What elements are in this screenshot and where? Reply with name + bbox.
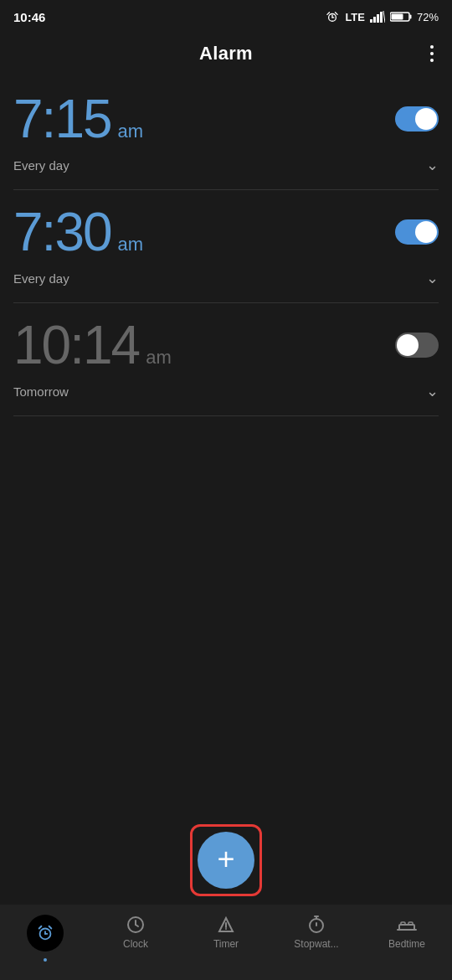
nav-item-clock[interactable]: Clock <box>90 913 181 950</box>
overflow-menu-button[interactable] <box>425 40 439 67</box>
status-icons: LTE 72% <box>325 11 439 23</box>
svg-rect-7 <box>377 14 379 23</box>
stopwatch-nav-label: Stopwat... <box>294 938 338 950</box>
alarm-top-row-3: 10:14 am <box>13 318 439 372</box>
chevron-down-icon-3: ⌄ <box>426 382 439 400</box>
alarm-digits-1: 7:15 <box>13 92 111 146</box>
svg-rect-29 <box>401 922 405 925</box>
alarm-schedule-2: Every day <box>13 271 69 286</box>
alarm-digits-2: 7:30 <box>13 205 111 259</box>
alarm-list: 7:15 am Every day ⌄ 7:30 am Every day ⌄ <box>0 77 452 416</box>
svg-line-3 <box>327 13 330 15</box>
alarm-item-2: 7:30 am Every day ⌄ <box>13 190 439 303</box>
alarm-nav-indicator <box>44 958 47 962</box>
alarm-item-1: 7:15 am Every day ⌄ <box>13 77 439 190</box>
alarm-item-3: 10:14 am Tomorrow ⌄ <box>13 303 439 416</box>
nav-item-bedtime[interactable]: Bedtime <box>362 913 452 950</box>
svg-rect-11 <box>409 15 411 19</box>
svg-rect-30 <box>408 922 413 925</box>
alarm-status-icon <box>325 11 340 23</box>
svg-line-20 <box>136 925 138 926</box>
toggle-thumb-3 <box>397 334 419 356</box>
nav-item-stopwatch[interactable]: Stopwat... <box>271 913 362 950</box>
fab-area: + <box>190 824 262 896</box>
add-alarm-button[interactable]: + <box>198 832 254 889</box>
alarm-toggle-3[interactable] <box>395 333 439 358</box>
toggle-thumb-1 <box>415 108 437 130</box>
alarm-digits-3: 10:14 <box>13 318 139 372</box>
bedtime-nav-label: Bedtime <box>388 938 425 950</box>
nav-item-timer[interactable]: Timer <box>181 913 271 950</box>
battery-icon <box>390 11 412 23</box>
alarm-time-display-1[interactable]: 7:15 am <box>13 92 143 146</box>
alarm-nav-bg <box>27 915 64 952</box>
lte-label: LTE <box>345 11 365 23</box>
alarm-ampm-3: am <box>146 347 172 369</box>
alarm-time-display-2[interactable]: 7:30 am <box>13 205 143 259</box>
chevron-down-icon-2: ⌄ <box>426 269 439 287</box>
svg-rect-12 <box>391 14 403 20</box>
signal-icon <box>370 11 385 23</box>
clock-nav-label: Clock <box>123 938 148 950</box>
chevron-down-icon-1: ⌄ <box>426 156 439 174</box>
nav-item-alarm[interactable] <box>0 913 90 962</box>
clock-nav-icon <box>126 915 146 935</box>
fab-highlight: + <box>190 824 262 896</box>
alarm-ampm-1: am <box>118 121 144 142</box>
header: Alarm <box>0 30 452 77</box>
svg-line-4 <box>336 13 338 15</box>
alarm-time-display-3[interactable]: 10:14 am <box>13 318 172 372</box>
alarm-ampm-2: am <box>118 234 144 255</box>
alarm-schedule-row-2[interactable]: Every day ⌄ <box>13 264 439 296</box>
svg-line-9 <box>383 11 385 23</box>
alarm-toggle-2[interactable] <box>395 219 439 245</box>
bottom-nav: Clock Timer Stopwat... Bedtime <box>0 905 452 980</box>
timer-nav-label: Timer <box>213 938 239 950</box>
add-icon: + <box>217 844 234 874</box>
svg-line-17 <box>49 926 52 929</box>
alarm-top-row-1: 7:15 am <box>13 92 439 146</box>
svg-rect-8 <box>380 12 383 23</box>
status-bar: 10:46 LTE 72% <box>0 0 452 30</box>
alarm-top-row-2: 7:30 am <box>13 205 439 259</box>
alarm-schedule-1: Every day <box>13 158 69 173</box>
alarm-nav-icon <box>36 924 54 942</box>
svg-line-16 <box>39 926 42 929</box>
alarm-schedule-row-3[interactable]: Tomorrow ⌄ <box>13 377 439 409</box>
bedtime-nav-icon <box>397 915 417 935</box>
battery-percent: 72% <box>417 11 439 23</box>
page-title: Alarm <box>199 43 253 64</box>
timer-nav-icon <box>216 915 236 935</box>
svg-rect-6 <box>373 17 376 23</box>
stopwatch-nav-icon <box>306 915 326 935</box>
alarm-toggle-1[interactable] <box>395 106 439 132</box>
alarm-schedule-3: Tomorrow <box>13 384 69 399</box>
toggle-thumb-2 <box>415 221 437 243</box>
svg-rect-5 <box>370 19 372 23</box>
alarm-schedule-row-1[interactable]: Every day ⌄ <box>13 151 439 183</box>
status-time: 10:46 <box>13 10 45 24</box>
svg-point-23 <box>225 928 227 930</box>
